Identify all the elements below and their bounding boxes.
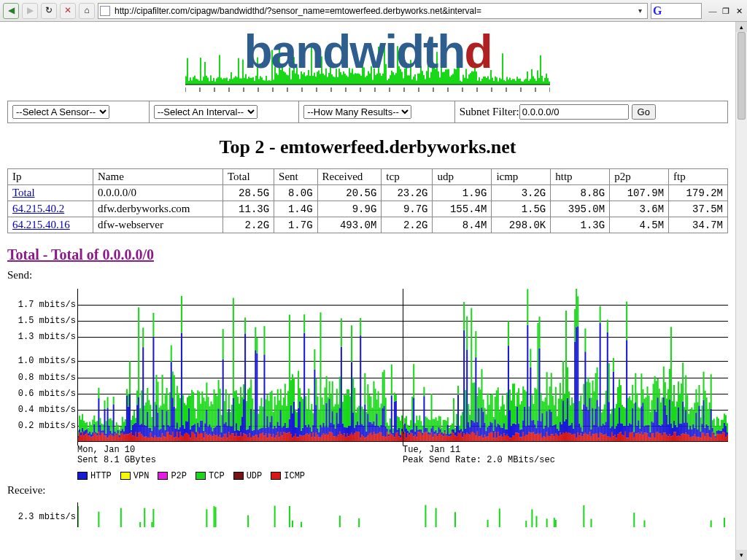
reload-button[interactable]: ↻ bbox=[41, 3, 57, 19]
close-button[interactable]: ✕ bbox=[734, 6, 744, 16]
url-input[interactable] bbox=[113, 5, 634, 17]
minimize-button[interactable]: — bbox=[708, 6, 718, 16]
page-icon bbox=[100, 6, 110, 16]
url-bar[interactable]: ▾ bbox=[98, 3, 648, 19]
google-icon: G bbox=[653, 4, 662, 18]
url-dropdown-icon[interactable]: ▾ bbox=[634, 7, 646, 15]
home-button[interactable]: ⌂ bbox=[79, 3, 95, 19]
forward-button[interactable]: ▶ bbox=[22, 3, 38, 19]
restore-button[interactable]: ❐ bbox=[721, 6, 731, 16]
stop-button[interactable]: ✕ bbox=[60, 3, 76, 19]
window-controls: — ❐ ✕ bbox=[708, 6, 744, 16]
browser-search-box[interactable]: G bbox=[651, 3, 702, 19]
back-button[interactable]: ◀ bbox=[3, 3, 19, 19]
browser-toolbar: ◀ ▶ ↻ ✕ ⌂ ▾ G — ❐ ✕ bbox=[0, 0, 747, 22]
